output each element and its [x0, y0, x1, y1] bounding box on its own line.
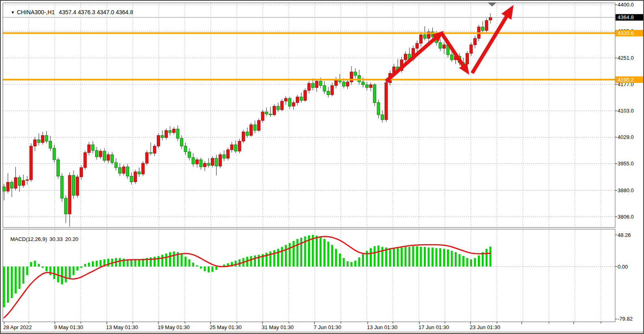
- bear-candle: [327, 91, 330, 95]
- macd-histogram-bar: [293, 241, 295, 267]
- bull-candle: [443, 45, 446, 48]
- macd-histogram-bar: [323, 239, 325, 267]
- macd-histogram-bar: [250, 256, 252, 267]
- macd-histogram-bar: [405, 247, 407, 267]
- bull-candle: [420, 35, 423, 43]
- time-scale-label: 31 May 01:30: [262, 324, 294, 330]
- macd-histogram-bar: [327, 242, 330, 267]
- macd-histogram-bar: [397, 247, 399, 267]
- symbol-dropdown-icon[interactable]: ▼: [11, 10, 15, 15]
- macd-histogram-bar: [154, 257, 156, 267]
- macd-histogram-bar: [285, 245, 287, 267]
- bear-candle: [91, 145, 94, 150]
- macd-histogram-bar: [258, 255, 260, 267]
- price-scale-label: 4103.0: [618, 108, 634, 114]
- bull-candle: [76, 177, 79, 195]
- macd-name: MACD(12,26,9): [10, 236, 47, 242]
- macd-histogram-bar: [490, 247, 492, 267]
- macd-histogram-bar: [130, 260, 132, 267]
- macd-histogram-bar: [30, 262, 32, 267]
- level-price-badge-text: 4320.6: [618, 30, 634, 36]
- bear-candle: [319, 81, 322, 86]
- macd-histogram-bar: [297, 239, 299, 267]
- time-scale-label: 28 Apr 2022: [3, 324, 32, 330]
- macd-histogram-bar: [401, 247, 403, 267]
- bull-candle: [489, 17, 492, 20]
- bear-candle: [103, 151, 106, 160]
- macd-histogram-bar: [96, 260, 98, 267]
- bull-candle: [296, 97, 299, 102]
- bull-candle: [26, 180, 29, 180]
- bear-candle: [354, 72, 357, 76]
- time-scale-label: 23 Jun 01:30: [470, 324, 500, 330]
- bear-candle: [169, 130, 171, 132]
- macd-histogram-bar: [46, 267, 48, 271]
- macd-histogram-bar: [235, 260, 237, 267]
- bull-candle: [261, 112, 264, 120]
- macd-histogram-bar: [200, 267, 202, 269]
- time-scale-label: 17 Jun 01:30: [418, 324, 449, 330]
- macd-histogram-bar: [165, 254, 167, 267]
- macd-histogram-bar: [466, 258, 468, 267]
- macd-histogram-bar: [169, 252, 171, 267]
- macd-histogram-bar: [281, 247, 283, 267]
- bull-candle: [30, 146, 33, 180]
- macd-histogram-bar: [208, 267, 210, 273]
- bear-candle: [288, 98, 291, 106]
- macd-histogram-bar: [3, 267, 5, 307]
- chart-header: ▼CHINA300-,H14357.4 4376.3 4347.0 4364.8: [4, 2, 133, 22]
- macd-histogram-bar: [181, 254, 183, 267]
- bear-candle: [188, 152, 191, 158]
- macd-scale-label: 0.00: [618, 264, 628, 270]
- macd-histogram-bar: [34, 260, 36, 267]
- price-chart-canvas[interactable]: 4400.04325.84251.04177.04103.04029.03955…: [1, 1, 644, 333]
- bear-candle: [95, 150, 98, 157]
- bull-candle: [273, 106, 276, 115]
- bear-candle: [423, 35, 426, 39]
- macd-histogram-bar: [273, 250, 275, 267]
- bear-candle: [207, 163, 210, 165]
- macd-histogram-bar: [80, 267, 82, 268]
- bear-candle: [223, 155, 226, 158]
- macd-histogram-bar: [42, 267, 44, 268]
- macd-signal-value: 20.20: [65, 236, 78, 242]
- macd-histogram-bar: [451, 251, 453, 267]
- bear-candle: [57, 160, 60, 176]
- bull-candle: [153, 146, 156, 154]
- bull-candle: [219, 155, 222, 166]
- bull-candle: [142, 163, 145, 174]
- macd-histogram-bar: [212, 267, 214, 272]
- bear-candle: [254, 125, 256, 130]
- macd-histogram-bar: [331, 245, 333, 267]
- macd-histogram-bar: [84, 264, 86, 267]
- macd-histogram-bar: [19, 267, 21, 289]
- macd-histogram-bar: [389, 248, 391, 267]
- bear-candle: [176, 129, 179, 138]
- bear-candle: [277, 106, 280, 110]
- time-scale-label: 19 May 01:30: [158, 324, 190, 330]
- macd-histogram-bar: [443, 249, 445, 267]
- time-scale-label: 25 May 01:30: [210, 324, 242, 330]
- time-scale-label: 7 Jun 01:30: [314, 324, 341, 330]
- bull-candle: [88, 145, 91, 152]
- macd-histogram-bar: [73, 267, 75, 275]
- ohlc-quote-label: 4357.4 4376.3 4347.0 4364.8: [59, 9, 133, 15]
- macd-histogram-bar: [184, 257, 186, 267]
- macd-histogram-bar: [277, 249, 279, 267]
- macd-histogram-bar: [362, 254, 364, 267]
- trading-terminal-window: 4400.04325.84251.04177.04103.04029.03955…: [0, 0, 644, 334]
- bull-candle: [134, 172, 137, 182]
- bear-candle: [18, 178, 21, 185]
- price-scale-label: 4400.0: [618, 2, 634, 8]
- macd-histogram-bar: [439, 248, 441, 267]
- macd-histogram-bar: [50, 267, 52, 275]
- macd-histogram-bar: [134, 260, 137, 267]
- bear-candle: [111, 155, 114, 163]
- macd-histogram-bar: [26, 267, 28, 275]
- macd-histogram-bar: [459, 254, 461, 267]
- bull-candle: [385, 82, 388, 119]
- bear-candle: [180, 138, 183, 146]
- macd-histogram-bar: [354, 260, 356, 267]
- bull-candle: [250, 125, 253, 135]
- macd-histogram-bar: [455, 252, 457, 267]
